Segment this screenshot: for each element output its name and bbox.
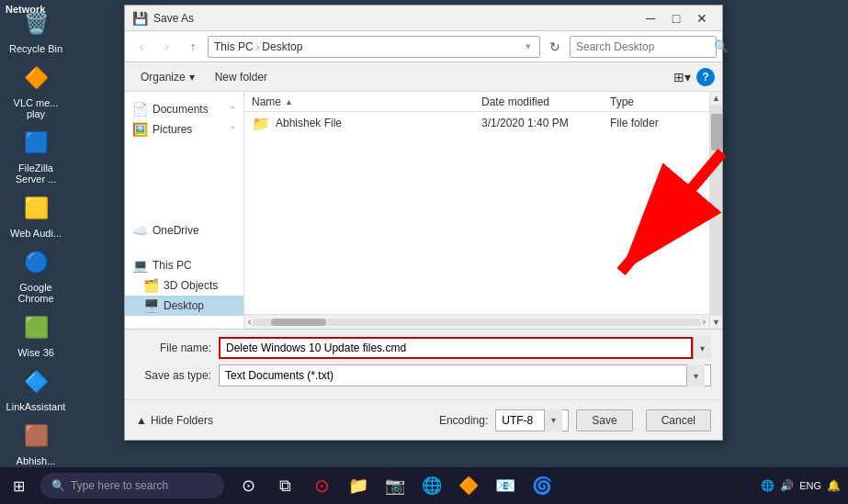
encoding-dropdown[interactable]: UTF-8 ▾ [495, 409, 569, 431]
filename-row: File name: ▾ [136, 337, 711, 359]
wise-label: Wise 36 [17, 347, 54, 358]
savetype-dropdown[interactable]: Text Documents (*.txt) ▾ [219, 364, 711, 386]
dialog-icon: 💾 [132, 11, 148, 26]
col-header-type[interactable]: Type [610, 95, 702, 108]
h-scroll-track[interactable] [253, 319, 700, 326]
sidebar-item-onedrive[interactable]: ☁️ OneDrive [125, 220, 243, 241]
table-row[interactable]: 📁 Abhishek File 3/1/2020 1:40 PM File fo… [244, 112, 709, 134]
back-button[interactable]: ‹ [130, 36, 153, 58]
taskbar-language-icon: ENG [799, 480, 821, 491]
documents-expand-icon: ⌃ [229, 105, 236, 115]
recycle-bin-icon[interactable]: 🗑️ Recycle Bin [4, 7, 68, 54]
taskbar-icon-chrome[interactable]: 🌀 [526, 467, 559, 504]
taskbar-icon-files[interactable]: 📁 [342, 467, 375, 504]
web-audit-icon[interactable]: 🟨 Web Audi... [4, 192, 68, 239]
col-name-sort: ▲ [285, 97, 293, 106]
v-scroll-track[interactable] [710, 105, 723, 316]
close-button[interactable]: ✕ [689, 6, 715, 31]
taskbar-search-text: Type here to search [71, 479, 168, 492]
encoding-area: Encoding: UTF-8 ▾ Save Cancel [439, 409, 711, 431]
new-folder-label: New folder [215, 71, 267, 84]
taskbar-icon-mail[interactable]: 📧 [489, 467, 522, 504]
taskbar-network-icon[interactable]: 🌐 [761, 479, 775, 492]
hide-folders-arrow: ▲ [136, 414, 147, 427]
col-type-label: Type [610, 95, 634, 108]
sidebar-item-pictures[interactable]: 🖼️ Pictures ⌃ [125, 119, 243, 140]
col-header-date[interactable]: Date modified [481, 95, 610, 108]
minimize-button[interactable]: ─ [638, 6, 663, 31]
sidebar-item-thispc[interactable]: 💻 This PC [125, 255, 243, 275]
scroll-right-arrow[interactable]: › [701, 317, 707, 327]
search-bar: 🔍 [570, 36, 717, 58]
h-scroll-thumb[interactable] [271, 319, 326, 326]
view-options-button[interactable]: ⊞▾ [671, 66, 693, 88]
taskbar-icon-opera[interactable]: ⊙ [305, 467, 338, 504]
filename-dropdown-arrow[interactable]: ▾ [693, 337, 711, 359]
breadcrumb-desktop: Desktop [262, 40, 302, 53]
filezilla-icon[interactable]: 🟦 FileZilla Server ... [4, 127, 68, 185]
taskbar-search-bar[interactable]: 🔍 Type here to search [40, 473, 224, 498]
taskbar-search-icon: 🔍 [51, 479, 65, 492]
scroll-up-arrow[interactable]: ▲ [710, 92, 723, 105]
sidebar-item-3dobjects[interactable]: 🗂️ 3D Objects [125, 275, 243, 296]
abhish-icon[interactable]: 🟫 Abhish... [4, 420, 68, 466]
breadcrumb[interactable]: This PC › Desktop ▾ [208, 36, 540, 58]
encoding-label: Encoding: [439, 414, 488, 427]
file-header: Name ▲ Date modified Type [244, 92, 709, 112]
wise-image: 🟩 [19, 311, 52, 344]
file-name-cell: Abhishek File [276, 117, 481, 129]
organize-button[interactable]: Organize ▾ [132, 66, 203, 88]
breadcrumb-sep1: › [256, 41, 260, 52]
organize-dropdown-icon: ▾ [189, 71, 195, 84]
filename-label: File name: [136, 342, 219, 354]
scroll-down-arrow[interactable]: ▼ [710, 316, 723, 329]
savetype-label: Save as type: [136, 369, 219, 382]
forward-button[interactable]: › [156, 36, 178, 58]
sidebar-section-cloud: ☁️ OneDrive [125, 217, 243, 244]
taskbar-icon-camera[interactable]: 📷 [379, 467, 412, 504]
start-button[interactable]: ⊞ [0, 467, 37, 504]
encoding-dropdown-arrow[interactable]: ▾ [544, 409, 562, 431]
thispc-icon: 💻 [132, 258, 147, 273]
maximize-button[interactable]: □ [663, 6, 689, 31]
save-button[interactable]: Save [576, 409, 632, 431]
vlc-icon[interactable]: 🔶 VLC me... play [4, 62, 68, 119]
new-folder-button[interactable]: New folder [207, 66, 276, 88]
search-input[interactable] [576, 40, 714, 53]
taskbar-icon-vlc[interactable]: 🔶 [452, 467, 485, 504]
pictures-expand-icon: ⌃ [229, 125, 236, 135]
wise-icon[interactable]: 🟩 Wise 36 [4, 311, 68, 358]
pictures-icon: 🖼️ [132, 122, 147, 137]
filename-input[interactable] [219, 337, 693, 359]
vertical-scrollbar[interactable]: ▲ ▼ [709, 92, 722, 329]
sidebar-item-documents[interactable]: 📄 Documents ⌃ [125, 99, 243, 119]
v-scroll-thumb[interactable] [711, 114, 722, 151]
search-icon[interactable]: 🔍 [714, 39, 729, 53]
help-button[interactable]: ? [696, 68, 715, 86]
savetype-dropdown-arrow[interactable]: ▾ [686, 364, 705, 386]
taskbar-icon-cortana[interactable]: ⊙ [232, 467, 265, 504]
taskbar-notification-icon[interactable]: 🔔 [827, 479, 841, 492]
linkassistant-icon[interactable]: 🔷 LinkAssistant [4, 365, 68, 412]
taskbar-app-icons: ⊙ ⧉ ⊙ 📁 📷 🌐 🔶 📧 🌀 [232, 467, 559, 504]
taskbar-icon-edge[interactable]: 🌐 [415, 467, 448, 504]
toolbar: Organize ▾ New folder ⊞▾ ? [125, 62, 722, 92]
address-bar: ‹ › ↑ This PC › Desktop ▾ ↻ 🔍 [125, 31, 722, 62]
taskbar-volume-icon[interactable]: 🔊 [780, 479, 794, 492]
file-type-cell: File folder [610, 117, 702, 129]
up-button[interactable]: ↑ [182, 36, 204, 58]
google-chrome-icon[interactable]: 🔵 Google Chrome [4, 246, 68, 304]
cancel-button[interactable]: Cancel [646, 409, 711, 431]
horizontal-scrollbar[interactable]: ‹ › [244, 314, 709, 329]
sidebar-item-desktop[interactable]: 🖥️ Desktop [125, 296, 243, 316]
web-audit-label: Web Audi... [10, 228, 62, 239]
taskbar-icon-multitask[interactable]: ⧉ [268, 467, 301, 504]
toolbar-right: ⊞▾ ? [671, 66, 715, 88]
scroll-left-arrow[interactable]: ‹ [246, 317, 253, 327]
col-header-name[interactable]: Name ▲ [252, 95, 481, 108]
desktop: Network 🗑️ Recycle Bin 🔶 VLC me... play … [0, 0, 848, 504]
filezilla-label: FileZilla Server ... [4, 162, 68, 185]
refresh-button[interactable]: ↻ [544, 36, 566, 58]
hide-folders-button[interactable]: ▲ Hide Folders [136, 414, 213, 427]
linkassistant-label: LinkAssistant [6, 401, 66, 412]
